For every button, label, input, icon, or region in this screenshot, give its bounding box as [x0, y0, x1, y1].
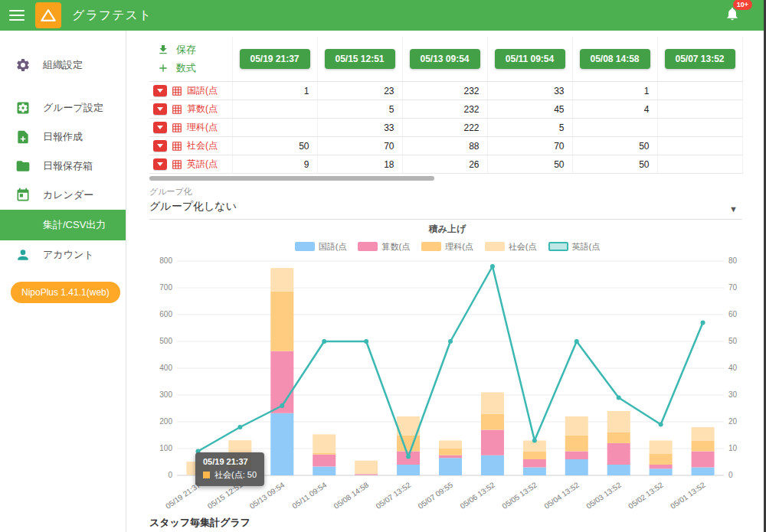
sidebar-item-account[interactable]: アカウント: [0, 240, 126, 269]
cell-value: 70: [317, 137, 402, 155]
legend-swatch: [485, 242, 505, 251]
svg-text:60: 60: [728, 310, 738, 318]
sidebar-item-label: 集計/CSV出力: [43, 218, 106, 232]
column-date-button[interactable]: 05/11 09:54: [495, 49, 565, 69]
table-row: 社会(点 50 70 88 70 50: [149, 137, 742, 155]
svg-text:500: 500: [159, 337, 172, 345]
grid-icon: [172, 141, 182, 152]
cell-value: 50: [572, 137, 657, 155]
row-dropdown-button[interactable]: [153, 122, 167, 133]
save-button-label: 保存: [176, 43, 196, 57]
sidebar-item-org-settings[interactable]: 組織設定: [0, 51, 126, 80]
cell-value: 50: [572, 155, 657, 174]
table-row: 英語(点 9 18 26 50 50: [149, 155, 742, 174]
sidebar-item-report-create[interactable]: 日報作成: [0, 122, 126, 152]
staff-chart-heading: スタッフ毎集計グラフ: [149, 516, 766, 530]
svg-text:05/04 13:52: 05/04 13:52: [542, 480, 581, 510]
cell-value: [657, 82, 742, 100]
svg-text:20: 20: [728, 417, 738, 426]
legend-item[interactable]: 理科(点: [421, 241, 473, 253]
cell-value: 1: [232, 82, 317, 100]
svg-text:10: 10: [728, 444, 738, 452]
row-label: 国語(点: [187, 84, 218, 97]
column-date-button[interactable]: 05/08 14:58: [580, 49, 650, 69]
cell-value: 50: [487, 155, 572, 174]
cell-value: 222: [402, 119, 487, 137]
column-date-button[interactable]: 05/13 09:54: [410, 49, 480, 69]
svg-text:05/07 09:55: 05/07 09:55: [417, 480, 455, 510]
cell-value: 4: [572, 100, 657, 119]
cell-value: [657, 155, 742, 174]
app-window: グラフテスト 10+ 組織設定 グループ設定 日報作成: [0, 0, 766, 532]
chevron-down-icon: ▼: [729, 204, 742, 214]
legend-item[interactable]: 算数(点: [358, 241, 410, 253]
cell-value: [572, 119, 657, 137]
legend-label: 国語(点: [319, 241, 347, 253]
hamburger-menu-icon[interactable]: [9, 10, 25, 21]
sidebar-item-csv-export[interactable]: 集計/CSV出力: [0, 210, 126, 240]
sidebar-item-calendar[interactable]: カレンダー: [0, 181, 126, 210]
row-label: 英語(点: [187, 158, 218, 171]
sidebar-item-label: 日報保存箱: [43, 159, 93, 173]
cell-value: [232, 100, 317, 119]
formula-button[interactable]: 数式: [152, 59, 229, 77]
main-content: 保存 数式 05/19 21:37 05/15 12:51 05/13 09:5…: [126, 31, 766, 532]
row-label: 理科(点: [187, 121, 218, 134]
svg-text:600: 600: [159, 310, 172, 318]
grid-icon: [172, 159, 182, 170]
legend-label: 理科(点: [445, 241, 473, 253]
row-dropdown-button[interactable]: [153, 140, 167, 152]
stacked-chart-card: 積み上げ 国語(点 算数(点 理科(点 社会(点 英語(点 0100200300…: [149, 223, 745, 510]
svg-text:70: 70: [728, 283, 738, 292]
svg-text:05/07 13:52: 05/07 13:52: [375, 480, 413, 510]
column-date-button[interactable]: 05/15 12:51: [325, 49, 395, 69]
svg-text:700: 700: [159, 283, 172, 292]
svg-text:05/08 14:58: 05/08 14:58: [332, 480, 371, 510]
horizontal-scrollbar: [149, 175, 742, 181]
cell-value: 33: [487, 82, 572, 100]
column-date-button[interactable]: 05/19 21:37: [240, 49, 310, 69]
version-badge: NipoPlus 1.41.1(web): [11, 282, 120, 303]
cell-value: 45: [487, 100, 572, 119]
legend-item[interactable]: 社会(点: [485, 241, 537, 253]
cell-value: 26: [402, 155, 487, 174]
column-date-button[interactable]: 05/07 13:52: [665, 49, 735, 69]
tooltip-series-swatch: [203, 472, 210, 478]
table-row: 理科(点 33 222 5: [149, 119, 742, 137]
cell-value: [232, 119, 317, 137]
save-button[interactable]: 保存: [152, 41, 229, 59]
legend-label: 算数(点: [381, 241, 410, 253]
notification-bell-icon[interactable]: 10+: [725, 6, 740, 24]
chart-tooltip: 05/19 21:37 社会(点: 50: [195, 452, 264, 486]
app-bar: グラフテスト 10+: [0, 0, 766, 31]
grouping-label: グループ化: [149, 186, 237, 197]
svg-text:0: 0: [728, 471, 733, 479]
page-title: グラフテスト: [72, 8, 152, 24]
cell-value: 1: [572, 82, 657, 100]
legend-swatch: [548, 242, 568, 251]
row-dropdown-button[interactable]: [153, 158, 167, 170]
cell-value: 70: [487, 137, 572, 155]
horizontal-scrollbar-thumb[interactable]: [149, 176, 434, 181]
svg-text:05/11 09:54: 05/11 09:54: [290, 480, 328, 510]
svg-text:0: 0: [168, 471, 172, 479]
legend-item[interactable]: 英語(点: [548, 241, 601, 253]
legend-item[interactable]: 国語(点: [295, 241, 347, 253]
download-icon: [157, 44, 169, 56]
folder-icon: [15, 158, 31, 174]
row-dropdown-button[interactable]: [153, 103, 167, 115]
sidebar-item-label: アカウント: [43, 248, 94, 262]
row-dropdown-button[interactable]: [153, 85, 167, 96]
grouping-select[interactable]: グループ化 グループ化しない ▼: [149, 186, 742, 220]
svg-text:800: 800: [159, 256, 172, 265]
tooltip-title: 05/19 21:37: [203, 457, 257, 466]
sidebar-item-label: 組織設定: [43, 58, 83, 72]
score-table: 保存 数式 05/19 21:37 05/15 12:51 05/13 09:5…: [149, 37, 743, 174]
sidebar-item-group-settings[interactable]: グループ設定: [0, 93, 126, 122]
svg-text:30: 30: [728, 390, 738, 399]
sidebar-item-label: グループ設定: [43, 101, 103, 115]
cell-value: 5: [317, 100, 402, 119]
sidebar-item-report-box[interactable]: 日報保存箱: [0, 152, 126, 181]
cell-value: 232: [402, 82, 487, 100]
person-icon: [15, 247, 31, 263]
